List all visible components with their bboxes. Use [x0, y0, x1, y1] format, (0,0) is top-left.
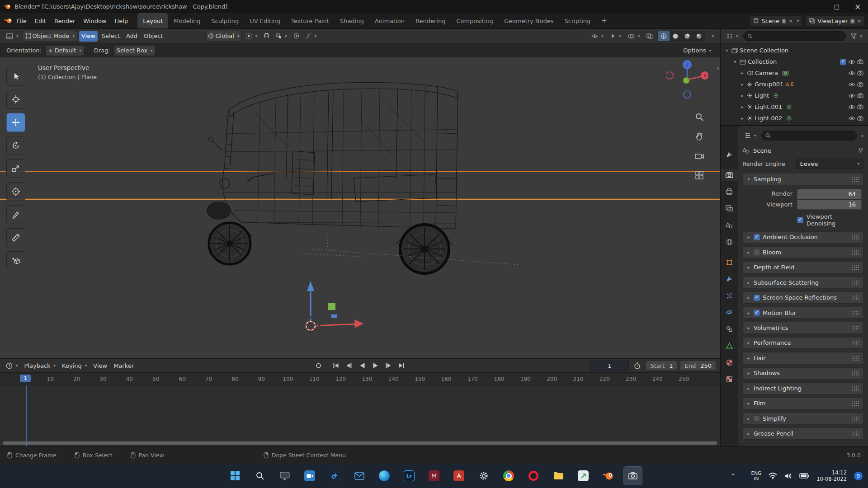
drag-grip-icon[interactable] — [852, 325, 859, 330]
viewport-3d[interactable]: Orientation: Default Drag: Select Box Op… — [0, 43, 720, 358]
add-workspace-button[interactable]: + — [596, 13, 613, 28]
current-frame-field[interactable]: 1 — [590, 361, 629, 371]
xray-toggle[interactable] — [644, 31, 655, 42]
mail-app-button[interactable] — [350, 467, 368, 485]
outliner-row-group001[interactable]: Group001 6 — [721, 79, 868, 90]
outliner-row-light[interactable]: Light — [721, 90, 868, 101]
menu-select[interactable]: Select — [99, 31, 122, 42]
language-indicator[interactable]: ENG IN — [751, 470, 762, 481]
simplify-checkbox[interactable] — [754, 415, 760, 422]
section-screen-space-reflections[interactable]: Screen Space Reflections — [742, 291, 863, 303]
collection-checkbox[interactable] — [840, 59, 846, 65]
notification-badge[interactable]: 9 — [854, 472, 863, 480]
properties-editor-type-button[interactable] — [742, 130, 759, 141]
zoom-button[interactable] — [693, 111, 705, 123]
viewport-canvas[interactable] — [0, 43, 720, 358]
ambient-occlusion-checkbox[interactable] — [754, 234, 760, 240]
remove-viewlayer-icon[interactable]: × — [857, 18, 861, 24]
tab-tool[interactable] — [722, 149, 736, 160]
options-dropdown[interactable]: Options — [681, 45, 713, 56]
outliner-row-light-002[interactable]: Light.002 — [721, 113, 868, 124]
shading-rendered-button[interactable] — [693, 31, 705, 41]
opera-browser-button[interactable] — [524, 467, 542, 485]
sampling-viewport-field[interactable]: 16 — [797, 200, 862, 210]
section-volumetrics[interactable]: Volumetrics — [742, 322, 863, 333]
tab-output[interactable] — [722, 186, 736, 197]
drag-grip-icon[interactable] — [852, 235, 859, 239]
outliner-row-scene-collection[interactable]: Scene Collection — [721, 45, 868, 56]
tab-animation[interactable]: Animation — [369, 13, 410, 28]
menu-file[interactable]: File — [13, 16, 31, 26]
drag-grip-icon[interactable] — [852, 340, 859, 345]
menu-add[interactable]: Add — [124, 31, 140, 42]
outliner-row-light-001[interactable]: Light.001 — [721, 101, 868, 113]
outliner-row-collection[interactable]: Collection — [721, 56, 868, 67]
shading-dropdown[interactable] — [708, 31, 716, 42]
video-app-button[interactable] — [301, 467, 319, 485]
menu-keying[interactable]: Keying — [60, 360, 89, 371]
playhead-line[interactable] — [26, 385, 27, 446]
gizmo-minus-z-axis[interactable] — [684, 91, 691, 98]
blue-glyph-app-button[interactable] — [326, 467, 344, 485]
unlink-scene-icon[interactable]: × — [789, 18, 793, 24]
menu-marker[interactable]: Marker — [111, 360, 136, 371]
tab-scripting[interactable]: Scripting — [559, 13, 596, 28]
section-ambient-occlusion[interactable]: Ambient Occlusion — [742, 231, 863, 243]
lightroom-app-button[interactable]: Lr — [400, 467, 418, 485]
add-cube-tool[interactable] — [6, 251, 25, 270]
disable-render-icon[interactable] — [857, 82, 863, 87]
maximize-button[interactable] — [826, 0, 847, 13]
gizmo-y-axis[interactable] — [683, 77, 689, 84]
scale-tool[interactable] — [6, 159, 25, 178]
section-indirect-lighting[interactable]: Indirect Lighting — [742, 382, 863, 394]
tab-particles[interactable] — [722, 290, 736, 301]
timeline-ruler[interactable]: 1 10203040506070809010011012013014015016… — [0, 373, 720, 385]
viewlayer-selector[interactable]: ViewLayer ▣ × — [806, 15, 864, 26]
section-simplify[interactable]: Simplify — [742, 413, 863, 424]
sidebar-collapse-arrow[interactable] — [717, 64, 719, 72]
orientation-dropdown[interactable]: Global — [205, 31, 242, 42]
select-box-tool[interactable] — [6, 67, 25, 86]
tab-geometry-nodes[interactable]: Geometry Nodes — [499, 13, 559, 28]
tab-modeling[interactable]: Modeling — [168, 13, 206, 28]
transform-tool[interactable] — [6, 182, 25, 201]
drag-grip-icon[interactable] — [852, 356, 859, 361]
hide-eye-icon[interactable] — [848, 116, 855, 121]
disclosure-icon[interactable] — [740, 93, 745, 98]
properties-filter-button[interactable] — [859, 132, 863, 139]
tab-material[interactable] — [722, 357, 736, 368]
drag-grip-icon[interactable] — [852, 416, 859, 421]
gizmo-y-handle[interactable] — [328, 303, 335, 310]
tab-uv-editing[interactable]: UV Editing — [244, 13, 286, 28]
tab-layout[interactable]: Layout — [137, 13, 168, 28]
shading-material-button[interactable] — [681, 31, 693, 41]
chrome-browser-button[interactable] — [500, 467, 518, 485]
hide-eye-icon[interactable] — [848, 105, 855, 109]
next-keyframe-button[interactable] — [383, 361, 394, 371]
editor-type-button[interactable] — [4, 31, 21, 42]
previous-keyframe-button[interactable] — [344, 361, 355, 371]
drag-grip-icon[interactable] — [852, 280, 859, 285]
tab-compositing[interactable]: Compositing — [451, 13, 499, 28]
proportional-falloff-dropdown[interactable] — [303, 31, 319, 42]
red-app-button[interactable] — [450, 467, 468, 485]
disclosure-icon[interactable] — [740, 82, 745, 87]
gizmo-x-arrow[interactable] — [315, 324, 356, 326]
drag-grip-icon[interactable] — [852, 250, 859, 255]
timeline-scrollbar[interactable] — [3, 441, 717, 445]
tray-expand-chevron[interactable] — [731, 473, 736, 479]
viewport-denoising-checkbox[interactable] — [797, 217, 803, 223]
section-sampling[interactable]: Sampling — [742, 173, 863, 185]
menu-timeline-view[interactable]: View — [91, 360, 109, 371]
tab-physics[interactable] — [722, 306, 736, 318]
jump-to-start-button[interactable] — [330, 361, 342, 371]
snap-target-dropdown[interactable] — [274, 31, 289, 42]
tab-modifiers[interactable] — [722, 273, 736, 285]
new-scene-icon[interactable]: ▣ — [782, 18, 786, 24]
breadcrumb-scene-label[interactable]: Scene — [753, 147, 771, 154]
new-viewlayer-icon[interactable]: ▣ — [850, 18, 854, 24]
hide-eye-icon[interactable] — [848, 60, 855, 64]
camera-view-button[interactable] — [693, 150, 705, 162]
pivot-point-dropdown[interactable] — [244, 31, 259, 42]
pin-id-button[interactable] — [858, 147, 863, 154]
